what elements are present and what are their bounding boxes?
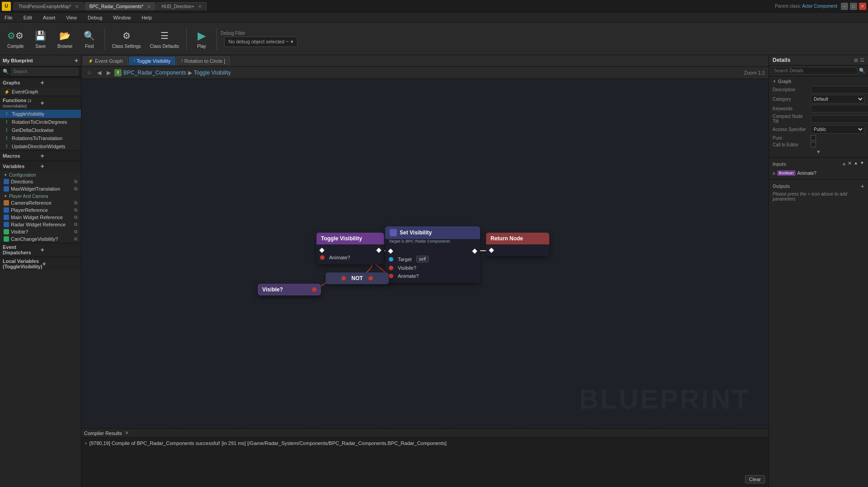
sidebar-item-rotation-circle[interactable]: f RotationToCircleDegrees xyxy=(0,118,81,126)
description-input[interactable] xyxy=(811,86,868,94)
menu-edit[interactable]: Edit xyxy=(21,14,35,21)
menu-window[interactable]: Window xyxy=(110,14,133,21)
class-defaults-button[interactable]: ☰ Class Defaults xyxy=(146,27,183,51)
details-grid-view-btn[interactable]: ⊞ xyxy=(854,57,858,63)
search-bar: 🔍 xyxy=(0,66,81,77)
animate-in-pin[interactable] xyxy=(320,255,325,260)
sidebar-item-toggle-visibility[interactable]: f ToggleVisibility xyxy=(0,110,81,118)
sidebar-item-update-direction[interactable]: f UpdateDirectionWidgets xyxy=(0,142,81,150)
close-tab-thirdperson[interactable]: ✕ xyxy=(75,4,79,9)
tab-event-graph[interactable]: ⚡ Event Graph xyxy=(83,56,128,65)
not-in-pin[interactable] xyxy=(341,276,346,281)
not-out-pin[interactable] xyxy=(368,276,373,281)
details-search-input[interactable] xyxy=(772,67,857,75)
sidebar-item-rotations-to-translation[interactable]: f RotationsToTranslation xyxy=(0,134,81,142)
outputs-section: Outputs + Please press the + icon above … xyxy=(769,179,868,204)
clear-results-button[interactable]: Clear xyxy=(745,475,765,483)
maximize-button[interactable]: □ xyxy=(850,3,857,10)
pure-checkbox[interactable] xyxy=(811,135,816,140)
bookmark-button[interactable]: ☆ xyxy=(85,69,94,77)
add-variable-btn[interactable]: + xyxy=(41,163,79,170)
add-function-btn[interactable]: + xyxy=(41,99,79,107)
function-icon-toggle: f xyxy=(4,111,10,117)
search-input[interactable] xyxy=(11,68,78,75)
call-in-editor-checkbox[interactable] xyxy=(811,142,816,147)
tab-thirdperson[interactable]: ThirdPersonExampleMap* ✕ xyxy=(14,2,84,10)
sidebar-item-directions[interactable]: Directions ⧉ xyxy=(0,178,81,185)
add-graph-btn[interactable]: + xyxy=(41,79,79,86)
add-blueprint-btn[interactable]: + xyxy=(75,57,78,64)
exec-in-pin[interactable] xyxy=(319,248,324,253)
back-button[interactable]: ◀ xyxy=(95,69,103,77)
toolbar: ⚙ Compile 💾 Save 📂 Browse 🔍 Find ⚙ Class… xyxy=(0,23,868,55)
app-icon: U xyxy=(2,2,11,11)
access-specifier-select[interactable]: Public Private Protected xyxy=(811,125,864,134)
compile-button[interactable]: ⚙ Compile xyxy=(4,27,28,51)
menu-view[interactable]: View xyxy=(63,14,80,21)
close-window-button[interactable]: ✕ xyxy=(859,3,866,10)
add-input-btn[interactable]: + xyxy=(842,160,846,168)
outputs-controls: + xyxy=(861,183,864,190)
expand-details-btn[interactable]: ▼ xyxy=(816,149,821,155)
add-output-btn[interactable]: + xyxy=(861,183,864,190)
main-layout: My Blueprint + 🔍 Graphs + ⚡ EventGraph F… xyxy=(0,55,868,487)
add-macro-btn[interactable]: + xyxy=(41,152,79,159)
sidebar-item-get-delta[interactable]: f GetDeltaClockwise xyxy=(0,126,81,134)
tab-bpc-radar[interactable]: BPC_Radar_Components* ✕ xyxy=(85,2,156,10)
menu-asset[interactable]: Asset xyxy=(40,14,58,21)
compact-node-title-input[interactable] xyxy=(811,115,868,123)
add-local-var-btn[interactable]: + xyxy=(42,260,78,267)
input-up-btn[interactable]: ▲ xyxy=(854,160,858,168)
macros-section-header: Macros + xyxy=(0,150,81,161)
sidebar-item-main-widget-ref[interactable]: Main Widget Reference ⧉ xyxy=(0,214,81,221)
browse-button[interactable]: 📂 Browse xyxy=(54,27,76,51)
sidebar-item-event-graph[interactable]: ⚡ EventGraph xyxy=(0,88,81,96)
sidebar-item-camera-ref[interactable]: CameraReference ⧉ xyxy=(0,199,81,206)
sidebar-item-visible[interactable]: Visible? ⧉ xyxy=(0,228,81,235)
remove-input-btn[interactable]: ✕ xyxy=(848,160,852,168)
set-vis-visible-pin[interactable] xyxy=(389,266,393,270)
debug-filter-dropdown[interactable]: No debug object selected ~ ▾ xyxy=(224,37,297,47)
save-button[interactable]: 💾 Save xyxy=(29,27,52,51)
exec-out-pin[interactable] xyxy=(376,248,381,253)
sidebar-item-radar-widget-ref[interactable]: Radar Widget Reference ⧉ xyxy=(0,221,81,228)
forward-button[interactable]: ▶ xyxy=(105,69,113,77)
find-button[interactable]: 🔍 Find xyxy=(78,27,101,51)
tab-rotation-circle[interactable]: f Rotation to Circle [ xyxy=(176,56,230,65)
sidebar-item-can-change-visibility[interactable]: CanChangeVisibility? ⧉ xyxy=(0,235,81,243)
set-vis-exec-in[interactable] xyxy=(388,248,393,253)
keywords-input[interactable] xyxy=(811,105,868,112)
tab-hud[interactable]: HUD_Direction+ ✕ xyxy=(156,2,207,10)
class-settings-button[interactable]: ⚙ Class Settings xyxy=(108,27,145,51)
node-set-visibility-body: Target self Visibile? Animate? xyxy=(385,245,480,283)
add-dispatcher-btn[interactable]: + xyxy=(41,246,79,253)
node-return-header: Return Node xyxy=(486,233,549,244)
details-header: Details ⊞ ☰ xyxy=(769,55,868,66)
menu-debug[interactable]: Debug xyxy=(85,14,105,21)
visible-out-pin[interactable] xyxy=(312,287,316,292)
set-vis-exec-out[interactable] xyxy=(472,248,477,253)
compile-icon: ⚙ xyxy=(8,28,23,43)
blueprint-canvas[interactable]: Toggle Visibility Animate? xyxy=(81,79,769,428)
sidebar-item-max-widget[interactable]: MaxWidgetTranslation ⧉ xyxy=(0,185,81,192)
menu-file[interactable]: File xyxy=(2,14,15,21)
close-compiler-results-btn[interactable]: ✕ xyxy=(125,430,129,436)
details-list-view-btn[interactable]: ☰ xyxy=(860,57,864,63)
set-vis-animate-pin[interactable] xyxy=(389,274,393,278)
return-exec-in[interactable] xyxy=(489,248,494,253)
config-category: Configuration xyxy=(0,171,81,178)
minimize-button[interactable]: − xyxy=(841,3,848,10)
input-down-btn[interactable]: ▼ xyxy=(860,160,864,168)
category-select[interactable]: Default xyxy=(811,95,864,103)
play-button[interactable]: ▶ Play xyxy=(190,27,213,51)
menu-help[interactable]: Help xyxy=(139,14,155,21)
close-tab-hud[interactable]: ✕ xyxy=(198,4,202,9)
sidebar-item-player-ref[interactable]: PlayerReference ⧉ xyxy=(0,206,81,214)
tab-toggle-visibility[interactable]: f Toggle Visibility xyxy=(129,56,176,65)
title-bar: U ThirdPersonExampleMap* ✕ BPC_Radar_Com… xyxy=(0,0,868,13)
set-vis-target-pin[interactable] xyxy=(389,257,393,262)
toolbar-sep-2 xyxy=(186,28,187,50)
node-return-exec-row xyxy=(486,247,549,253)
function-icon-rotation: f xyxy=(4,119,10,125)
close-tab-bpc-radar[interactable]: ✕ xyxy=(147,4,151,9)
